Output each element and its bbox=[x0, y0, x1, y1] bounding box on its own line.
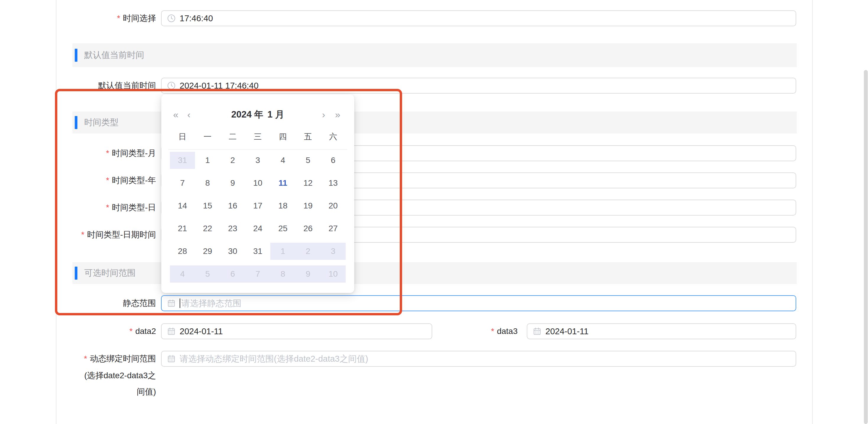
data2-value[interactable] bbox=[180, 324, 426, 339]
calendar-day[interactable]: 8 bbox=[270, 265, 296, 283]
calendar-day[interactable]: 7 bbox=[245, 265, 270, 283]
section-title: 可选时间范围 bbox=[84, 267, 135, 279]
data2-label: *data2 bbox=[129, 325, 156, 337]
content-card-right-border bbox=[812, 0, 813, 424]
calendar-day[interactable]: 12 bbox=[296, 174, 320, 192]
default-now-value[interactable] bbox=[180, 78, 790, 93]
calendar-day[interactable]: 7 bbox=[170, 174, 195, 192]
type-month-label: *时间类型-月 bbox=[106, 147, 156, 159]
time-select-value[interactable] bbox=[180, 11, 790, 26]
data3-input[interactable] bbox=[527, 323, 796, 339]
calendar-day[interactable]: 1 bbox=[270, 243, 296, 260]
calendar-day[interactable]: 20 bbox=[320, 197, 346, 215]
dynamic-range-label-line2: (选择date2-data3之 bbox=[84, 370, 156, 382]
calendar-day[interactable]: 2 bbox=[296, 243, 320, 260]
calendar-day[interactable]: 28 bbox=[170, 243, 195, 260]
calendar-day[interactable]: 29 bbox=[195, 243, 220, 260]
weekday-label: 五 bbox=[296, 131, 320, 142]
calendar-day[interactable]: 25 bbox=[270, 220, 296, 237]
month-select-button[interactable]: 1 月 bbox=[267, 109, 284, 120]
static-range-field[interactable] bbox=[181, 296, 790, 311]
calendar-day[interactable]: 22 bbox=[195, 220, 220, 237]
data3-value[interactable] bbox=[546, 324, 790, 339]
default-now-input[interactable] bbox=[161, 78, 796, 94]
section-accent-bar bbox=[75, 116, 78, 129]
required-asterisk: * bbox=[84, 354, 87, 363]
dynamic-range-input[interactable] bbox=[161, 351, 796, 367]
calendar-day[interactable]: 17 bbox=[245, 197, 270, 215]
type-day-label: *时间类型-日 bbox=[106, 202, 156, 214]
weekday-header-row: 日一二三四五六 bbox=[170, 131, 346, 142]
calendar-separator bbox=[168, 149, 347, 150]
calendar-day[interactable]: 4 bbox=[170, 265, 195, 283]
calendar-day[interactable]: 6 bbox=[320, 152, 346, 169]
weekday-label: 六 bbox=[320, 131, 346, 142]
weekday-label: 一 bbox=[195, 131, 220, 142]
calendar-day[interactable]: 30 bbox=[220, 243, 245, 260]
next-year-button[interactable]: » bbox=[335, 109, 340, 121]
calendar-day[interactable]: 9 bbox=[220, 174, 245, 192]
calendar-week-row: 28293031123 bbox=[170, 243, 346, 260]
calendar-day[interactable]: 16 bbox=[220, 197, 245, 215]
weekday-label: 二 bbox=[220, 131, 245, 142]
calendar-day[interactable]: 18 bbox=[270, 197, 296, 215]
dynamic-range-label-line1: *动态绑定时间范围 bbox=[84, 353, 156, 365]
calendar-day[interactable]: 5 bbox=[296, 152, 320, 169]
calendar-day[interactable]: 19 bbox=[296, 197, 320, 215]
calendar-day[interactable]: 14 bbox=[170, 197, 195, 215]
dynamic-range-field[interactable] bbox=[180, 351, 790, 366]
year-select-button[interactable]: 2024 年 bbox=[231, 109, 264, 120]
calendar-day[interactable]: 4 bbox=[270, 152, 296, 169]
section-accent-bar bbox=[75, 49, 78, 62]
calendar-day[interactable]: 26 bbox=[296, 220, 320, 237]
calendar-day[interactable]: 24 bbox=[245, 220, 270, 237]
calendar-day[interactable]: 5 bbox=[195, 265, 220, 283]
calendar-day[interactable]: 27 bbox=[320, 220, 346, 237]
next-month-button[interactable]: › bbox=[322, 109, 325, 121]
calendar-day[interactable]: 21 bbox=[170, 220, 195, 237]
type-datetime-label: *时间类型-日期时间 bbox=[81, 229, 156, 241]
calendar-day[interactable]: 10 bbox=[245, 174, 270, 192]
calendar-day[interactable]: 31 bbox=[170, 152, 195, 169]
calendar-day[interactable]: 1 bbox=[195, 152, 220, 169]
required-asterisk: * bbox=[81, 230, 85, 239]
static-range-input[interactable] bbox=[161, 295, 796, 311]
type-year-label: *时间类型-年 bbox=[106, 174, 156, 186]
calendar-icon bbox=[167, 354, 176, 363]
required-asterisk: * bbox=[491, 327, 494, 336]
static-range-label: 静态范围 bbox=[123, 297, 156, 309]
calendar-day[interactable]: 3 bbox=[245, 152, 270, 169]
calendar-day[interactable]: 3 bbox=[320, 243, 346, 260]
calendar-week-row: 45678910 bbox=[170, 265, 346, 283]
calendar-icon bbox=[167, 327, 176, 336]
required-asterisk: * bbox=[117, 13, 120, 23]
weekday-label: 三 bbox=[245, 131, 270, 142]
calendar-day[interactable]: 10 bbox=[320, 265, 346, 283]
required-asterisk: * bbox=[106, 149, 109, 158]
time-select-label: *时间选择 bbox=[117, 12, 156, 24]
calendar-week-row: 14151617181920 bbox=[170, 197, 346, 215]
time-select-input[interactable] bbox=[161, 10, 796, 26]
data2-input[interactable] bbox=[161, 323, 432, 339]
data3-label: *data3 bbox=[491, 325, 518, 337]
calendar-day[interactable]: 6 bbox=[220, 265, 245, 283]
calendar-day[interactable]: 31 bbox=[245, 243, 270, 260]
calendar-title: 2024 年1 月 bbox=[161, 109, 354, 121]
clock-icon bbox=[167, 81, 176, 90]
calendar-day[interactable]: 8 bbox=[195, 174, 220, 192]
vertical-scrollbar[interactable] bbox=[864, 70, 868, 424]
calendar-week-row: 78910111213 bbox=[170, 174, 346, 192]
calendar-day[interactable]: 2 bbox=[220, 152, 245, 169]
weekday-label: 四 bbox=[270, 131, 296, 142]
calendar-week-row: 21222324252627 bbox=[170, 220, 346, 237]
date-picker-dropdown: « ‹ 2024 年1 月 › » 日一二三四五六 31123456789101… bbox=[161, 95, 354, 293]
calendar-day[interactable]: 23 bbox=[220, 220, 245, 237]
section-accent-bar bbox=[75, 267, 78, 280]
calendar-day[interactable]: 15 bbox=[195, 197, 220, 215]
calendar-day[interactable]: 9 bbox=[296, 265, 320, 283]
calendar-day[interactable]: 11 bbox=[270, 174, 296, 192]
content-card-left-border bbox=[56, 0, 56, 424]
calendar-day[interactable]: 13 bbox=[320, 174, 346, 192]
section-title: 默认值当前时间 bbox=[84, 49, 144, 61]
dynamic-range-label-line3: 间值) bbox=[137, 386, 156, 398]
